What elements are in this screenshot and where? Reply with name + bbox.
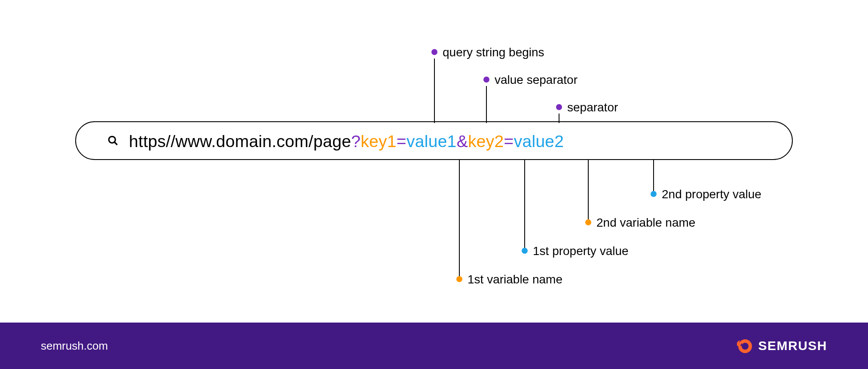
url-ampersand: & — [457, 132, 468, 151]
svg-point-0 — [109, 136, 115, 143]
url-base: https//www.domain.com/page — [129, 132, 351, 151]
footer-site-text: semrush.com — [41, 339, 108, 353]
connector-line — [524, 159, 525, 248]
svg-point-3 — [742, 343, 749, 350]
url-value2: value2 — [514, 132, 564, 151]
annotation-second-property-value: 2nd property value — [662, 188, 761, 201]
annotation-dot-purple — [483, 77, 489, 83]
annotation-dot-orange — [585, 219, 591, 225]
annotation-dot-purple — [431, 49, 437, 55]
flame-icon — [735, 337, 753, 355]
search-icon — [107, 135, 119, 149]
annotation-dot-orange — [456, 276, 462, 282]
footer-bar: semrush.com SEMRUSH — [0, 323, 868, 369]
annotation-dot-blue — [522, 248, 528, 254]
url-key2: key2 — [468, 132, 504, 151]
url-value1: value1 — [406, 132, 457, 151]
annotation-dot-purple — [556, 104, 562, 110]
semrush-brand-text: SEMRUSH — [758, 338, 827, 353]
annotation-first-property-value: 1st property value — [533, 244, 629, 258]
url-key1: key1 — [361, 132, 397, 151]
semrush-logo: SEMRUSH — [735, 337, 827, 355]
url-equals1: = — [397, 132, 406, 151]
url-question-mark: ? — [351, 132, 361, 151]
annotation-value-separator: value separator — [495, 73, 578, 87]
annotation-first-variable-name: 1st variable name — [468, 273, 562, 286]
connector-line — [459, 159, 460, 276]
annotation-query-string-begins: query string begins — [443, 46, 544, 59]
connector-line — [588, 159, 589, 219]
annotation-second-variable-name: 2nd variable name — [596, 216, 695, 230]
connector-line — [434, 58, 435, 123]
annotation-separator: separator — [567, 101, 618, 114]
connector-line — [559, 114, 559, 123]
svg-line-1 — [114, 142, 117, 145]
url-anatomy-diagram: https//www.domain.com/page?key1=value1&k… — [0, 0, 868, 323]
url-text: https//www.domain.com/page?key1=value1&k… — [129, 132, 564, 151]
url-equals2: = — [504, 132, 514, 151]
connector-line — [486, 86, 487, 123]
annotation-dot-blue — [651, 191, 657, 197]
connector-line — [653, 159, 654, 191]
